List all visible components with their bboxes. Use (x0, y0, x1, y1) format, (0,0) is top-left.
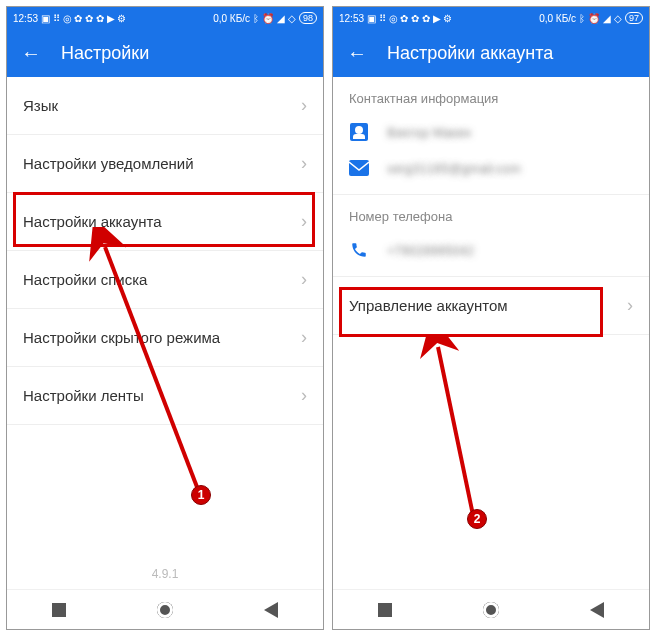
appbar-title: Настройки аккаунта (387, 43, 553, 64)
appbar-title: Настройки (61, 43, 149, 64)
content-area: Контактная информация Виктор Макин serg3… (333, 77, 649, 629)
bluetooth-icon: ᛒ (253, 13, 259, 24)
row-language[interactable]: Язык › (7, 77, 323, 135)
row-notifications[interactable]: Настройки уведомлений › (7, 135, 323, 193)
status-time: 12:53 (13, 13, 38, 24)
row-label: Настройки списка (23, 271, 147, 288)
battery-icon: 98 (299, 12, 317, 24)
android-navbar (7, 589, 323, 629)
annotation-badge-1: 1 (191, 485, 211, 505)
nav-recent-icon[interactable] (378, 603, 392, 617)
row-list-settings[interactable]: Настройки списка › (7, 251, 323, 309)
phone-right: 12:53 ▣ ⠿ ◎ ✿ ✿ ✿ ▶ ⚙ 0,0 КБ/с ᛒ ⏰ ◢ ◇ 9… (332, 6, 650, 630)
chevron-right-icon: › (627, 295, 633, 316)
chevron-right-icon: › (301, 211, 307, 232)
status-time: 12:53 (339, 13, 364, 24)
section-phone-label: Номер телефона (333, 194, 649, 232)
nav-home-icon[interactable] (483, 602, 499, 618)
signal-icon: ◢ (603, 13, 611, 24)
person-icon (349, 122, 369, 142)
wifi-icon: ◇ (614, 13, 622, 24)
row-label: Управление аккаунтом (349, 297, 508, 314)
svg-rect-1 (349, 160, 369, 176)
nav-back-icon[interactable] (264, 602, 278, 618)
chevron-right-icon: › (301, 95, 307, 116)
row-label: Настройки аккаунта (23, 213, 162, 230)
contact-email-value: serg31185@gmail.com (387, 161, 521, 176)
signal-icon: ◢ (277, 13, 285, 24)
row-label: Язык (23, 97, 58, 114)
version-label: 4.9.1 (7, 567, 323, 581)
annotation-badge-2: 2 (467, 509, 487, 529)
contact-email-row: serg31185@gmail.com (333, 150, 649, 194)
statusbar: 12:53 ▣ ⠿ ◎ ✿ ✿ ✿ ▶ ⚙ 0,0 КБ/с ᛒ ⏰ ◢ ◇ 9… (333, 7, 649, 29)
appbar: ← Настройки (7, 29, 323, 77)
phone-left: 12:53 ▣ ⠿ ◎ ✿ ✿ ✿ ▶ ⚙ 0,0 КБ/с ᛒ ⏰ ◢ ◇ 9… (6, 6, 324, 630)
chevron-right-icon: › (301, 153, 307, 174)
alarm-icon: ⏰ (262, 13, 274, 24)
section-contact-label: Контактная информация (333, 77, 649, 114)
status-data: 0,0 КБ/с (213, 13, 250, 24)
back-icon[interactable]: ← (21, 43, 41, 63)
row-manage-account[interactable]: Управление аккаунтом › (333, 277, 649, 335)
nav-home-icon[interactable] (157, 602, 173, 618)
annotation-arrow (413, 335, 533, 535)
status-icons-left: ▣ ⠿ ◎ ✿ ✿ ✿ ▶ ⚙ (367, 13, 452, 24)
statusbar: 12:53 ▣ ⠿ ◎ ✿ ✿ ✿ ▶ ⚙ 0,0 КБ/с ᛒ ⏰ ◢ ◇ 9… (7, 7, 323, 29)
phone-value: +79028995042 (387, 243, 474, 258)
row-label: Настройки ленты (23, 387, 144, 404)
back-icon[interactable]: ← (347, 43, 367, 63)
phone-row: +79028995042 (333, 232, 649, 277)
contact-name-row: Виктор Макин (333, 114, 649, 150)
row-hidden-mode[interactable]: Настройки скрытого режима › (7, 309, 323, 367)
chevron-right-icon: › (301, 385, 307, 406)
email-icon (349, 158, 369, 178)
contact-name-value: Виктор Макин (387, 125, 471, 140)
bluetooth-icon: ᛒ (579, 13, 585, 24)
phone-icon (349, 240, 369, 260)
battery-icon: 97 (625, 12, 643, 24)
row-account-settings[interactable]: Настройки аккаунта › (7, 193, 323, 251)
row-label: Настройки уведомлений (23, 155, 194, 172)
nav-back-icon[interactable] (590, 602, 604, 618)
status-data: 0,0 КБ/с (539, 13, 576, 24)
appbar: ← Настройки аккаунта (333, 29, 649, 77)
row-label: Настройки скрытого режима (23, 329, 220, 346)
wifi-icon: ◇ (288, 13, 296, 24)
svg-line-2 (438, 347, 473, 515)
alarm-icon: ⏰ (588, 13, 600, 24)
nav-recent-icon[interactable] (52, 603, 66, 617)
chevron-right-icon: › (301, 269, 307, 290)
android-navbar (333, 589, 649, 629)
status-icons-left: ▣ ⠿ ◎ ✿ ✿ ✿ ▶ ⚙ (41, 13, 126, 24)
chevron-right-icon: › (301, 327, 307, 348)
row-feed-settings[interactable]: Настройки ленты › (7, 367, 323, 425)
content-area: Язык › Настройки уведомлений › Настройки… (7, 77, 323, 629)
